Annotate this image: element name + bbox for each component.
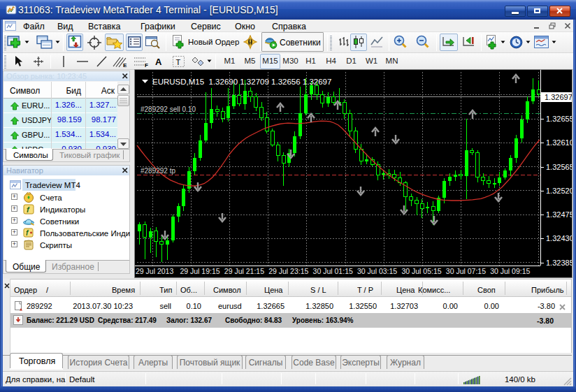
svg-text:1.32655: 1.32655 (546, 115, 572, 123)
svg-text:30 Jul 07:15: 30 Jul 07:15 (446, 267, 486, 275)
svg-text:EURUSD,M15 1.32690 1.32709 1.: EURUSD,M15 1.32690 1.32709 1.32656 1.326… (152, 78, 331, 86)
svg-text:1.32520: 1.32520 (546, 187, 572, 195)
svg-text:29 Jul 21:15: 29 Jul 21:15 (224, 267, 264, 275)
svg-text:E: E (123, 62, 127, 68)
svg-text:1.32565: 1.32565 (546, 163, 572, 171)
svg-text:29 Jul 23:15: 29 Jul 23:15 (268, 267, 308, 275)
svg-text:30 Jul 03:15: 30 Jul 03:15 (357, 267, 397, 275)
svg-text:#289292 tp: #289292 tp (141, 167, 175, 175)
svg-text:29 Jul 19:15: 29 Jul 19:15 (180, 267, 219, 275)
svg-text:30 Jul 09:15: 30 Jul 09:15 (490, 267, 530, 275)
svg-text:1.32475: 1.32475 (546, 210, 572, 219)
svg-text:30 Jul 01:15: 30 Jul 01:15 (313, 267, 353, 275)
svg-text:30 Jul 05:15: 30 Jul 05:15 (401, 267, 441, 275)
svg-text:29 Jul 2013: 29 Jul 2013 (136, 267, 173, 275)
svg-text:1.32430: 1.32430 (546, 234, 572, 242)
svg-text:1.32697: 1.32697 (545, 93, 572, 101)
svg-text:T: T (176, 58, 181, 66)
svg-text:F: F (145, 62, 148, 68)
svg-text:1.32385: 1.32385 (546, 259, 572, 267)
svg-text:1.32610: 1.32610 (546, 138, 572, 147)
svg-text:#289292 sell 0.10: #289292 sell 0.10 (141, 106, 196, 113)
